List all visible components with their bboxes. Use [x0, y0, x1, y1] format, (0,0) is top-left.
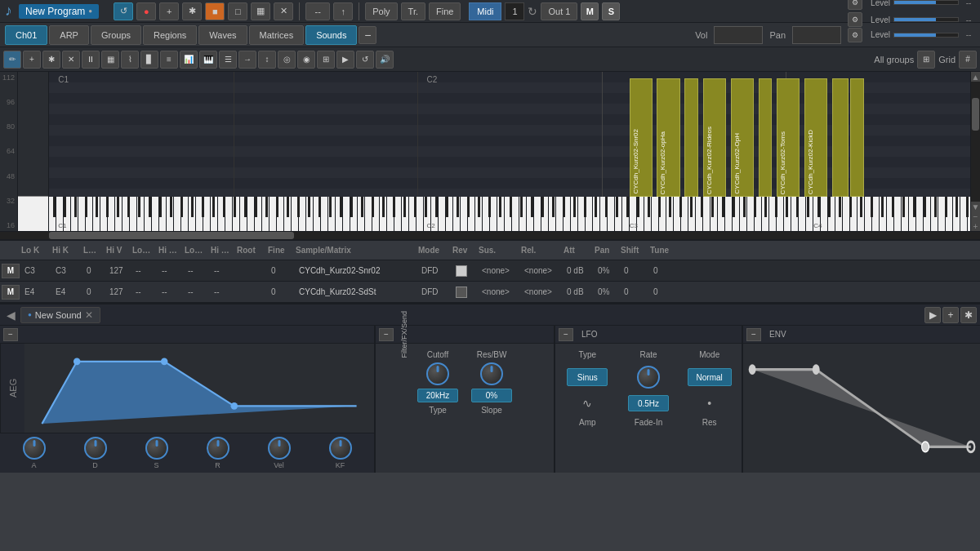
pt-chart-btn[interactable]: 📊 — [180, 51, 198, 69]
tb-upload-btn[interactable]: ↑ — [333, 2, 353, 20]
filter-collapse-btn[interactable]: − — [379, 328, 394, 341]
v-scroll-down-btn[interactable]: ▼ — [971, 202, 980, 211]
env-collapse-btn[interactable]: − — [746, 328, 761, 341]
pt-up-btn[interactable]: ↕ — [258, 51, 276, 69]
pan-input[interactable] — [792, 26, 841, 44]
tb-cycle-btn[interactable]: ↺ — [114, 2, 133, 20]
pt-hash-btn[interactable]: # — [959, 51, 977, 69]
btab-settings-btn[interactable]: ✱ — [960, 307, 977, 323]
resbw-knob[interactable] — [480, 362, 503, 385]
pt-wave-btn[interactable]: ⌇ — [121, 51, 139, 69]
aeg-knob-2[interactable] — [84, 437, 107, 460]
midi-arrow-icon[interactable]: ↻ — [528, 5, 537, 18]
td-tune-2[interactable]: 0 — [650, 287, 676, 296]
td-lofk-2[interactable]: -- — [132, 287, 158, 296]
td-hik-1[interactable]: C3 — [52, 266, 83, 275]
tb-x-btn[interactable]: ✕ — [274, 2, 293, 20]
cutoff-value-btn[interactable]: 20kHz — [417, 389, 458, 402]
fine-btn[interactable]: Fine — [429, 2, 461, 20]
level-eq-icon-1[interactable]: ⚙ — [848, 0, 862, 10]
td-hifv-2[interactable]: -- — [211, 287, 237, 296]
pt-circle-btn[interactable]: ◎ — [278, 51, 296, 69]
level-bar-2[interactable] — [893, 17, 959, 22]
lfo-collapse-btn[interactable]: − — [559, 328, 573, 341]
level-eq-icon-3[interactable]: ⚙ — [848, 28, 862, 42]
pt-arrow-btn[interactable]: → — [238, 51, 256, 69]
pt-add-btn[interactable]: + — [23, 51, 41, 69]
btab-add-btn[interactable]: + — [942, 307, 959, 323]
tab-minus-btn[interactable]: − — [359, 26, 376, 44]
level-bar-1[interactable] — [893, 0, 959, 5]
aeg-knob-3[interactable] — [145, 437, 168, 460]
m-button[interactable]: M — [581, 2, 599, 20]
bottom-tab-prev-icon[interactable]: ◀ — [3, 309, 19, 322]
h-scrollbar[interactable] — [0, 231, 980, 239]
v-scroll-up-btn[interactable]: ▲ — [971, 72, 980, 82]
res-value-btn[interactable]: 0% — [471, 389, 512, 402]
v-scroll-thumb[interactable] — [972, 98, 979, 131]
tb-asterisk-btn[interactable]: ✱ — [182, 2, 202, 20]
level-bar-3[interactable] — [893, 33, 959, 38]
td-shift-2[interactable]: 0 — [621, 287, 650, 296]
tb-square-btn[interactable]: □ — [228, 2, 247, 20]
pt-grid2-btn[interactable]: ▦ — [101, 51, 119, 69]
td-mode-2[interactable]: DFD — [418, 287, 452, 296]
td-hifv-1[interactable]: -- — [211, 266, 237, 275]
table-m-btn-1[interactable]: M — [2, 264, 20, 278]
v-scrollbar[interactable]: ▲ ▼ − + — [970, 72, 980, 231]
tb-dash-btn[interactable]: -- — [305, 2, 330, 20]
lfo-mode-btn[interactable]: Normal — [688, 368, 732, 386]
pt-speaker-btn[interactable]: 🔊 — [376, 51, 394, 69]
tb-orange-btn[interactable]: ■ — [205, 2, 225, 20]
table-m-btn-2[interactable]: M — [2, 285, 20, 300]
td-pan-2[interactable]: 0% — [595, 287, 621, 296]
out-btn[interactable]: Out 1 — [541, 2, 577, 20]
tr-btn[interactable]: Tr. — [401, 2, 425, 20]
pt-x-btn[interactable]: ✕ — [62, 51, 80, 69]
td-sus-2[interactable]: <none> — [479, 287, 521, 296]
td-rev-2[interactable] — [452, 287, 479, 298]
aeg-knob-6[interactable] — [329, 437, 352, 460]
tab-ch01[interactable]: Ch01 — [5, 25, 47, 45]
td-sample-2[interactable]: CYCdh_Kurz02-SdSt — [296, 287, 418, 296]
td-lofv-1[interactable]: -- — [185, 266, 211, 275]
btab-arrow-btn[interactable]: ▶ — [924, 307, 941, 323]
td-lov-1[interactable]: 0 — [83, 266, 106, 275]
sample-block-6[interactable] — [759, 78, 773, 197]
td-lok-2[interactable]: E4 — [21, 287, 52, 296]
sample-block-8[interactable]: CYCdh_Kurz02-KickD — [804, 78, 827, 197]
td-mode-1[interactable]: DFD — [418, 266, 452, 275]
pt-play-btn[interactable]: ▶ — [336, 51, 354, 69]
td-lofk-1[interactable]: -- — [132, 266, 158, 275]
rev-checkbox-1[interactable] — [456, 265, 467, 277]
sample-block-1[interactable]: CYCdh_Kurz02-Snr02 — [630, 78, 653, 197]
program-name[interactable]: New Program ● — [19, 4, 99, 19]
pt-lines-btn[interactable]: ≡ — [160, 51, 178, 69]
tb-record-btn[interactable]: ● — [136, 2, 156, 20]
td-hifk-1[interactable]: -- — [158, 266, 185, 275]
pt-piano-btn[interactable]: 🎹 — [199, 51, 217, 69]
td-sus-1[interactable]: <none> — [479, 266, 521, 275]
lfo-rate-value-btn[interactable]: 0.5Hz — [628, 395, 669, 411]
level-eq-icon-2[interactable]: ⚙ — [848, 12, 862, 27]
td-fine-2[interactable]: 0 — [268, 287, 296, 296]
rev-checkbox-2[interactable] — [456, 287, 467, 298]
lfo-type-btn[interactable]: Sinus — [567, 368, 608, 386]
pt-grid3-btn[interactable]: ⊞ — [317, 51, 335, 69]
td-lofv-2[interactable]: -- — [185, 287, 211, 296]
lfo-rate-knob[interactable] — [637, 366, 660, 389]
sample-block-5[interactable]: CYCdh_Kurz02-OpH — [731, 78, 754, 197]
aeg-knob-5[interactable] — [268, 437, 291, 460]
td-shift-1[interactable]: 0 — [621, 266, 650, 275]
sound-tab-close-icon[interactable]: ✕ — [85, 309, 93, 321]
tb-grid-btn[interactable]: ▦ — [251, 2, 270, 20]
aeg-knob-1[interactable] — [23, 437, 46, 460]
tb-add-btn[interactable]: + — [159, 2, 179, 20]
tab-waves[interactable]: Waves — [198, 25, 247, 45]
v-scroll-plus-btn[interactable]: + — [971, 221, 980, 231]
piano-roll-grid[interactable]: C1 C2 CYCdh_Kurz02-Snr02 CYCdh_Kurz02-op… — [49, 72, 970, 231]
td-rel-2[interactable]: <none> — [521, 287, 564, 296]
sample-block-2[interactable]: CYCdh_Kurz02-opHa — [657, 78, 679, 197]
pt-pencil-btn[interactable]: ✏ — [3, 51, 21, 69]
td-lok-1[interactable]: C3 — [21, 266, 52, 275]
